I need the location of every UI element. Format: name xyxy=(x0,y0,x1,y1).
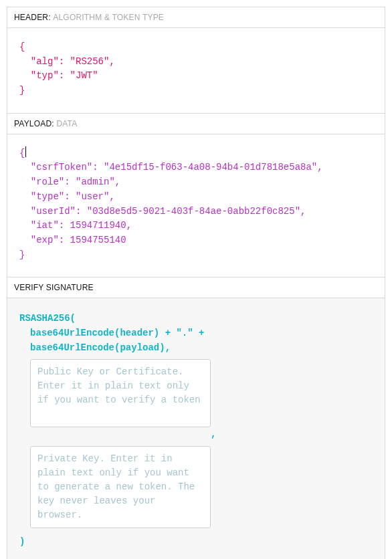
payload-panel: PAYLOAD: DATA { "csrfToken": "4e15df15-f… xyxy=(7,114,385,278)
code-line: "type": "user", xyxy=(19,191,115,202)
header-panel: HEADER: ALGORITHM & TOKEN TYPE { "alg": … xyxy=(7,7,385,114)
signature-fn-open: RSASHA256( xyxy=(19,312,373,326)
code-line: { xyxy=(19,148,25,158)
signature-panel-title: VERIFY SIGNATURE xyxy=(7,277,385,298)
signature-editor: RSASHA256( base64UrlEncode(header) + "."… xyxy=(7,298,385,559)
public-key-input[interactable] xyxy=(30,359,211,427)
code-line: "userId": "03d8e5d5-9021-403f-84ae-0abb2… xyxy=(19,206,306,217)
code-line: "csrfToken": "4e15df15-f063-4a08-94b4-01… xyxy=(19,162,323,173)
code-line: } xyxy=(19,85,25,96)
signature-fn-close: ) xyxy=(19,535,373,550)
payload-sublabel: DATA xyxy=(56,119,77,128)
code-line: "typ": "JWT" xyxy=(19,70,98,81)
code-line: } xyxy=(19,249,25,260)
private-key-input[interactable] xyxy=(30,446,211,528)
signature-comma: , xyxy=(211,427,216,442)
header-panel-title: HEADER: ALGORITHM & TOKEN TYPE xyxy=(7,7,385,28)
payload-label: PAYLOAD: xyxy=(14,119,54,128)
signature-arg1: base64UrlEncode(header) + "." + xyxy=(30,326,373,341)
code-line: { xyxy=(19,41,25,52)
signature-panel: VERIFY SIGNATURE RSASHA256( base64UrlEnc… xyxy=(7,277,385,559)
header-sublabel: ALGORITHM & TOKEN TYPE xyxy=(53,13,164,22)
code-line: "exp": 1594755140 xyxy=(19,235,126,245)
header-json-editor[interactable]: { "alg": "RS256", "typ": "JWT" } xyxy=(7,28,385,113)
signature-label: VERIFY SIGNATURE xyxy=(14,283,94,292)
text-cursor-icon xyxy=(25,146,26,157)
signature-arg2: base64UrlEncode(payload), xyxy=(30,341,373,356)
payload-json-editor[interactable]: { "csrfToken": "4e15df15-f063-4a08-94b4-… xyxy=(7,134,385,277)
header-label: HEADER: xyxy=(14,13,51,22)
payload-panel-title: PAYLOAD: DATA xyxy=(7,114,385,134)
code-line: "role": "admin", xyxy=(19,177,120,187)
code-line: "iat": 1594711940, xyxy=(19,220,132,231)
code-line: "alg": "RS256", xyxy=(19,56,115,67)
